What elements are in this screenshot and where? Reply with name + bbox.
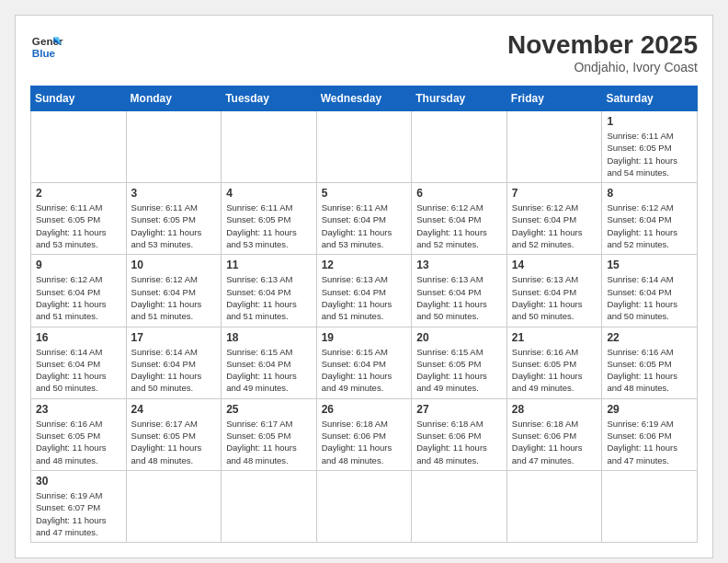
- calendar-cell: 23Sunrise: 6:16 AM Sunset: 6:05 PM Dayli…: [31, 398, 127, 470]
- week-row-3: 16Sunrise: 6:14 AM Sunset: 6:04 PM Dayli…: [31, 327, 698, 398]
- calendar-cell: 29Sunrise: 6:19 AM Sunset: 6:06 PM Dayli…: [602, 398, 698, 470]
- calendar-cell: [126, 470, 222, 542]
- day-info: Sunrise: 6:11 AM Sunset: 6:05 PM Dayligh…: [131, 201, 217, 250]
- calendar-cell: 9Sunrise: 6:12 AM Sunset: 6:04 PM Daylig…: [31, 255, 127, 327]
- calendar-cell: 25Sunrise: 6:17 AM Sunset: 6:05 PM Dayli…: [222, 398, 317, 470]
- day-info: Sunrise: 6:14 AM Sunset: 6:04 PM Dayligh…: [607, 273, 692, 322]
- day-number: 14: [512, 259, 597, 271]
- day-number: 24: [131, 403, 217, 416]
- week-row-1: 2Sunrise: 6:11 AM Sunset: 6:05 PM Daylig…: [31, 183, 698, 255]
- day-info: Sunrise: 6:12 AM Sunset: 6:04 PM Dayligh…: [36, 273, 121, 322]
- week-row-4: 23Sunrise: 6:16 AM Sunset: 6:05 PM Dayli…: [31, 398, 698, 470]
- day-number: 6: [416, 187, 502, 200]
- calendar-cell: [506, 111, 602, 183]
- calendar-cell: [412, 111, 507, 183]
- day-info: Sunrise: 6:18 AM Sunset: 6:06 PM Dayligh…: [416, 418, 502, 466]
- day-info: Sunrise: 6:12 AM Sunset: 6:04 PM Dayligh…: [131, 273, 217, 322]
- day-number: 4: [226, 187, 312, 200]
- day-info: Sunrise: 6:17 AM Sunset: 6:05 PM Dayligh…: [226, 418, 312, 466]
- calendar-cell: 6Sunrise: 6:12 AM Sunset: 6:04 PM Daylig…: [412, 183, 507, 255]
- calendar-cell: 27Sunrise: 6:18 AM Sunset: 6:06 PM Dayli…: [412, 398, 507, 470]
- day-number: 2: [36, 187, 121, 200]
- calendar-cell: 19Sunrise: 6:15 AM Sunset: 6:04 PM Dayli…: [316, 327, 412, 398]
- calendar-cell: 8Sunrise: 6:12 AM Sunset: 6:04 PM Daylig…: [602, 183, 698, 255]
- calendar-cell: 22Sunrise: 6:16 AM Sunset: 6:05 PM Dayli…: [602, 327, 698, 398]
- calendar-cell: [316, 111, 412, 183]
- day-number: 25: [226, 403, 312, 416]
- weekday-header-row: SundayMondayTuesdayWednesdayThursdayFrid…: [31, 86, 698, 111]
- day-info: Sunrise: 6:14 AM Sunset: 6:04 PM Dayligh…: [131, 346, 217, 395]
- day-number: 8: [607, 187, 692, 200]
- calendar-cell: 4Sunrise: 6:11 AM Sunset: 6:05 PM Daylig…: [222, 183, 317, 255]
- day-info: Sunrise: 6:17 AM Sunset: 6:05 PM Dayligh…: [131, 418, 217, 466]
- day-info: Sunrise: 6:19 AM Sunset: 6:07 PM Dayligh…: [36, 489, 121, 538]
- day-info: Sunrise: 6:13 AM Sunset: 6:04 PM Dayligh…: [416, 273, 502, 322]
- calendar-cell: 7Sunrise: 6:12 AM Sunset: 6:04 PM Daylig…: [506, 183, 602, 255]
- day-info: Sunrise: 6:15 AM Sunset: 6:05 PM Dayligh…: [416, 346, 502, 395]
- day-info: Sunrise: 6:19 AM Sunset: 6:06 PM Dayligh…: [607, 418, 692, 466]
- calendar-cell: [506, 470, 602, 542]
- calendar-cell: 20Sunrise: 6:15 AM Sunset: 6:05 PM Dayli…: [412, 327, 507, 398]
- calendar-cell: 15Sunrise: 6:14 AM Sunset: 6:04 PM Dayli…: [602, 255, 698, 327]
- day-number: 29: [607, 403, 692, 416]
- day-info: Sunrise: 6:14 AM Sunset: 6:04 PM Dayligh…: [36, 346, 121, 395]
- day-number: 15: [607, 259, 692, 271]
- weekday-header-wednesday: Wednesday: [316, 86, 412, 111]
- day-info: Sunrise: 6:11 AM Sunset: 6:05 PM Dayligh…: [226, 201, 312, 250]
- day-info: Sunrise: 6:12 AM Sunset: 6:04 PM Dayligh…: [416, 201, 502, 250]
- calendar-cell: 14Sunrise: 6:13 AM Sunset: 6:04 PM Dayli…: [506, 255, 602, 327]
- logo-icon: General Blue: [30, 30, 63, 63]
- weekday-header-sunday: Sunday: [31, 86, 127, 111]
- calendar-cell: 2Sunrise: 6:11 AM Sunset: 6:05 PM Daylig…: [31, 183, 127, 255]
- day-number: 11: [226, 259, 312, 271]
- calendar-table: SundayMondayTuesdayWednesdayThursdayFrid…: [30, 86, 698, 543]
- calendar-cell: 10Sunrise: 6:12 AM Sunset: 6:04 PM Dayli…: [126, 255, 222, 327]
- day-info: Sunrise: 6:15 AM Sunset: 6:04 PM Dayligh…: [226, 346, 312, 395]
- svg-text:Blue: Blue: [32, 47, 56, 59]
- day-number: 5: [322, 187, 407, 200]
- location-title: Ondjahio, Ivory Coast: [507, 60, 698, 75]
- calendar-cell: [316, 470, 412, 542]
- day-number: 12: [322, 259, 407, 271]
- day-info: Sunrise: 6:11 AM Sunset: 6:05 PM Dayligh…: [607, 130, 692, 178]
- title-block: November 2025 Ondjahio, Ivory Coast: [507, 30, 698, 75]
- day-number: 7: [512, 187, 597, 200]
- day-number: 27: [416, 403, 502, 416]
- calendar-cell: [222, 470, 317, 542]
- day-number: 10: [131, 259, 217, 271]
- calendar-cell: 13Sunrise: 6:13 AM Sunset: 6:04 PM Dayli…: [412, 255, 507, 327]
- weekday-header-friday: Friday: [506, 86, 602, 111]
- day-number: 9: [36, 259, 121, 271]
- weekday-header-thursday: Thursday: [412, 86, 507, 111]
- header: General Blue November 2025 Ondjahio, Ivo…: [30, 30, 698, 75]
- calendar-container: General Blue November 2025 Ondjahio, Ivo…: [15, 15, 713, 558]
- day-number: 30: [36, 475, 121, 488]
- calendar-cell: 26Sunrise: 6:18 AM Sunset: 6:06 PM Dayli…: [316, 398, 412, 470]
- day-info: Sunrise: 6:11 AM Sunset: 6:05 PM Dayligh…: [36, 201, 121, 250]
- week-row-0: 1Sunrise: 6:11 AM Sunset: 6:05 PM Daylig…: [31, 111, 698, 183]
- calendar-cell: 3Sunrise: 6:11 AM Sunset: 6:05 PM Daylig…: [126, 183, 222, 255]
- day-number: 23: [36, 403, 121, 416]
- day-number: 21: [512, 331, 597, 344]
- weekday-header-tuesday: Tuesday: [222, 86, 317, 111]
- day-number: 20: [416, 331, 502, 344]
- day-info: Sunrise: 6:16 AM Sunset: 6:05 PM Dayligh…: [607, 346, 692, 395]
- day-number: 28: [512, 403, 597, 416]
- logo: General Blue: [30, 30, 63, 63]
- day-number: 1: [607, 115, 692, 128]
- weekday-header-saturday: Saturday: [602, 86, 698, 111]
- day-number: 19: [322, 331, 407, 344]
- calendar-cell: 17Sunrise: 6:14 AM Sunset: 6:04 PM Dayli…: [126, 327, 222, 398]
- calendar-cell: 21Sunrise: 6:16 AM Sunset: 6:05 PM Dayli…: [506, 327, 602, 398]
- day-info: Sunrise: 6:11 AM Sunset: 6:04 PM Dayligh…: [322, 201, 407, 250]
- day-info: Sunrise: 6:13 AM Sunset: 6:04 PM Dayligh…: [512, 273, 597, 322]
- day-number: 13: [416, 259, 502, 271]
- day-number: 18: [226, 331, 312, 344]
- month-title: November 2025: [507, 30, 698, 60]
- day-number: 3: [131, 187, 217, 200]
- calendar-cell: 30Sunrise: 6:19 AM Sunset: 6:07 PM Dayli…: [31, 470, 127, 542]
- day-number: 17: [131, 331, 217, 344]
- day-info: Sunrise: 6:16 AM Sunset: 6:05 PM Dayligh…: [512, 346, 597, 395]
- day-number: 26: [322, 403, 407, 416]
- calendar-cell: [126, 111, 222, 183]
